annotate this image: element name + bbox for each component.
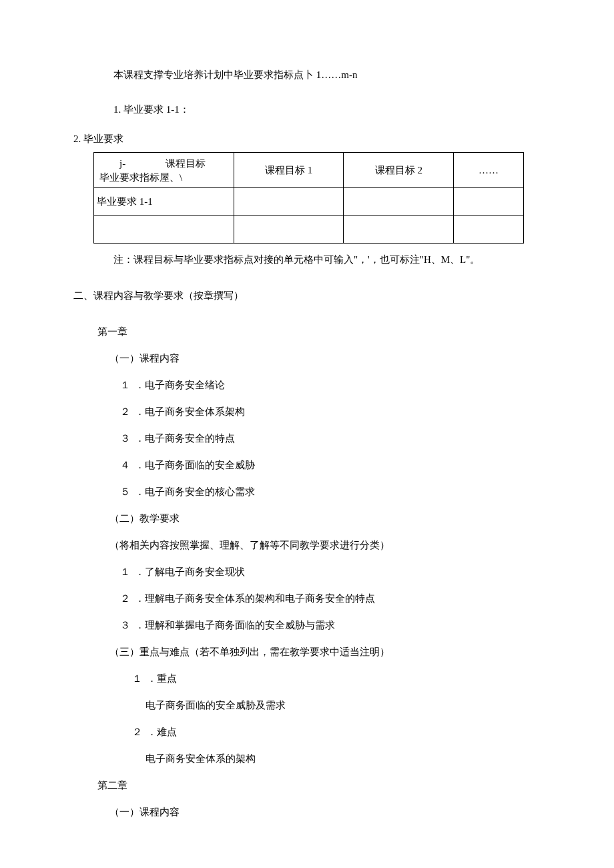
intro-text: 本课程支撑专业培养计划中毕业要求指标点卜 1……m-n bbox=[113, 67, 541, 83]
requirement-2: 2. 毕业要求 bbox=[73, 131, 541, 147]
item-number: ３ bbox=[120, 430, 135, 446]
table-row: 毕业要求 1-1 bbox=[94, 188, 524, 215]
header-bottom-label: 毕业要求指标屋、\ bbox=[99, 171, 228, 185]
item-number: ５ bbox=[120, 484, 135, 500]
requirement-1: 1. 毕业要求 1-1： bbox=[113, 101, 541, 117]
table-cell: 毕业要求 1-1 bbox=[94, 188, 234, 215]
ch1-heading-1: （一）课程内容 bbox=[109, 350, 541, 366]
item-text: ．理解电子商务安全体系的架构和电子商务安全的特点 bbox=[135, 593, 375, 604]
item-number: １ bbox=[132, 671, 147, 687]
header-top-label: j- 课程目标 bbox=[99, 157, 228, 171]
list-item: １．重点 bbox=[132, 671, 541, 687]
list-item: ３．理解和掌握电子商务面临的安全威胁与需求 bbox=[120, 617, 541, 633]
key-point-text: 电子商务面临的安全威胁及需求 bbox=[145, 697, 541, 713]
table-cell bbox=[234, 215, 344, 244]
table-header-diag: j- 课程目标 毕业要求指标屋、\ bbox=[94, 153, 234, 188]
item-text: ．重点 bbox=[147, 673, 177, 684]
table-header-row: j- 课程目标 毕业要求指标屋、\ 课程目标 1 课程目标 2 …… bbox=[94, 153, 524, 188]
item-number: ２ bbox=[120, 404, 135, 420]
item-text: ．了解电子商务安全现状 bbox=[135, 566, 245, 577]
table-header-col3: 课程目标 2 bbox=[344, 153, 454, 188]
section-2-title: 二、课程内容与教学要求（按章撰写） bbox=[73, 288, 541, 304]
table-header-col2: 课程目标 1 bbox=[234, 153, 344, 188]
table-cell bbox=[454, 188, 524, 215]
difficulty-text: 电子商务安全体系的架构 bbox=[145, 751, 541, 767]
table-cell bbox=[344, 188, 454, 215]
item-text: ．电子商务安全绪论 bbox=[135, 380, 225, 390]
list-item: １．了解电子商务安全现状 bbox=[120, 564, 541, 580]
list-item: ３．电子商务安全的特点 bbox=[120, 430, 541, 446]
item-number: ２ bbox=[120, 590, 135, 606]
list-item: ５．电子商务安全的核心需求 bbox=[120, 484, 541, 500]
item-text: ．电子商务安全的核心需求 bbox=[135, 486, 255, 497]
table-row bbox=[94, 215, 524, 244]
table-cell bbox=[454, 215, 524, 244]
ch1-heading-2: （二）教学要求 bbox=[109, 510, 541, 526]
list-item: １．电子商务安全绪论 bbox=[120, 377, 541, 393]
chapter-1-title: 第一章 bbox=[97, 324, 541, 340]
table-cell bbox=[234, 188, 344, 215]
chapter-2-title: 第二章 bbox=[97, 777, 541, 793]
item-number: １ bbox=[120, 564, 135, 580]
item-text: ．理解和掌握电子商务面临的安全威胁与需求 bbox=[135, 620, 335, 630]
item-number: ２ bbox=[132, 724, 147, 740]
table-cell bbox=[94, 215, 234, 244]
ch1-heading-2-note: （将相关内容按照掌握、理解、了解等不同教学要求进行分类） bbox=[109, 537, 541, 553]
table-note: 注：课程目标与毕业要求指标点对接的单元格中可输入"，'，也可标注"H、M、L"。 bbox=[113, 252, 541, 268]
item-text: ．电子商务面临的安全威胁 bbox=[135, 460, 255, 470]
requirements-table: j- 课程目标 毕业要求指标屋、\ 课程目标 1 课程目标 2 …… 毕业要求 … bbox=[93, 152, 524, 244]
item-number: ４ bbox=[120, 457, 135, 473]
item-number: １ bbox=[120, 377, 135, 393]
table-header-col4: …… bbox=[454, 153, 524, 188]
item-text: ．电子商务安全体系架构 bbox=[135, 406, 245, 417]
list-item: ２．难点 bbox=[132, 724, 541, 740]
list-item: ４．电子商务面临的安全威胁 bbox=[120, 457, 541, 473]
item-number: ３ bbox=[120, 617, 135, 633]
list-item: ２．理解电子商务安全体系的架构和电子商务安全的特点 bbox=[120, 590, 541, 606]
ch1-heading-3: （三）重点与难点（若不单独列出，需在教学要求中适当注明） bbox=[109, 644, 541, 660]
item-text: ．难点 bbox=[147, 727, 177, 737]
list-item: ２．电子商务安全体系架构 bbox=[120, 404, 541, 420]
ch2-heading-1: （一）课程内容 bbox=[109, 804, 541, 820]
item-text: ．电子商务安全的特点 bbox=[135, 433, 235, 444]
table-cell bbox=[344, 215, 454, 244]
